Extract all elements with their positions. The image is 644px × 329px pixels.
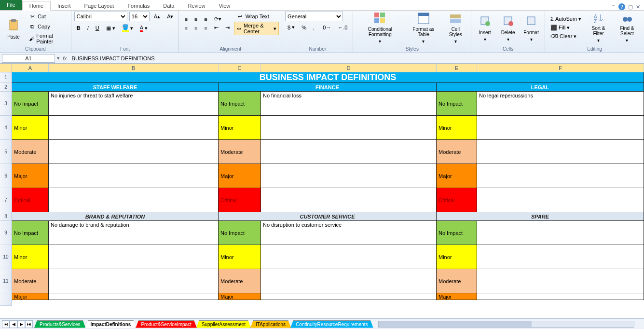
desc-cell[interactable] (261, 269, 437, 293)
impact-cell[interactable]: No Impact (12, 221, 49, 245)
window-close-icon[interactable]: ✕ (636, 4, 640, 10)
desc-cell[interactable]: No injuries or threat to staff welfare (49, 92, 219, 116)
desc-cell[interactable] (49, 164, 219, 188)
desc-cell[interactable] (477, 245, 644, 269)
cell-cat-legal[interactable]: LEGAL (437, 83, 644, 92)
desc-cell[interactable]: No financial loss (261, 92, 437, 116)
align-left-button[interactable]: ≡ (182, 24, 190, 32)
conditional-formatting-button[interactable]: Conditional Formatting▾ (356, 12, 404, 43)
impact-cell[interactable]: Critical (219, 188, 261, 212)
fill-button[interactable]: ⬛ Fill▾ (548, 24, 584, 32)
increase-indent-button[interactable]: ⇥ (223, 24, 232, 32)
desc-cell[interactable] (477, 164, 644, 188)
font-name-select[interactable]: Calibri (74, 12, 127, 21)
impact-cell[interactable]: Major (437, 164, 477, 188)
desc-cell[interactable] (261, 164, 437, 188)
impact-cell[interactable]: No Impact (219, 92, 261, 116)
ribbon-minimize-icon[interactable]: ⌃ (611, 4, 616, 10)
align-middle-button[interactable]: ≡ (192, 15, 200, 23)
desc-cell[interactable] (477, 140, 644, 164)
sheet-tab[interactable]: ContinuityResourceRequirements (290, 320, 373, 328)
underline-button[interactable]: U (93, 24, 102, 32)
row-header-4[interactable]: 4 (0, 116, 12, 140)
col-header-b[interactable]: B (49, 64, 219, 72)
decrease-indent-button[interactable]: ⇤ (212, 24, 221, 32)
impact-cell[interactable]: No Impact (219, 221, 261, 245)
align-bottom-button[interactable]: ≡ (202, 15, 209, 23)
desc-cell[interactable]: No disruption to customer service (261, 221, 437, 245)
desc-cell[interactable] (477, 293, 644, 300)
cell-cat-spare[interactable]: SPARE (437, 212, 644, 221)
decrease-decimal-button[interactable]: ←.0 (335, 24, 350, 31)
find-select-button[interactable]: Find & Select▾ (613, 12, 641, 43)
tab-data[interactable]: Data (156, 1, 181, 10)
border-button[interactable]: ▦▾ (104, 24, 118, 32)
autosum-button[interactable]: Σ AutoSum▾ (548, 15, 584, 23)
desc-cell[interactable] (477, 221, 644, 245)
tab-formulas[interactable]: Formulas (121, 1, 156, 10)
cell-cat-customer[interactable]: CUSTOMER SERVICE (219, 212, 437, 221)
align-center-button[interactable]: ≡ (192, 24, 200, 32)
name-box[interactable]: A1 (2, 54, 55, 63)
font-color-button[interactable]: A▾ (137, 24, 150, 33)
increase-decimal-button[interactable]: .0→ (319, 24, 333, 31)
impact-cell[interactable]: Critical (437, 188, 477, 212)
col-header-d[interactable]: D (261, 64, 437, 72)
impact-cell[interactable]: Moderate (12, 269, 49, 293)
impact-cell[interactable]: Minor (437, 116, 477, 140)
impact-cell[interactable]: No Impact (437, 221, 477, 245)
percent-button[interactable]: % (299, 24, 309, 31)
row-header-12[interactable] (0, 293, 12, 306)
impact-cell[interactable]: Moderate (437, 140, 477, 164)
desc-cell[interactable] (261, 140, 437, 164)
formula-input[interactable]: BUSINESS IMPACT DEFINITIONS (70, 55, 644, 61)
impact-cell[interactable]: Critical (12, 188, 49, 212)
cell-title[interactable]: BUSINESS IMPACT DEFINITIONS (12, 72, 644, 83)
sheet-nav-prev[interactable]: ◀ (10, 320, 17, 328)
sheet-tab[interactable]: ImpactDefinitions (85, 320, 136, 328)
impact-cell[interactable]: Major (219, 293, 261, 300)
align-top-button[interactable]: ≡ (182, 15, 190, 23)
help-icon[interactable]: ? (618, 3, 625, 10)
number-format-select[interactable]: General (285, 12, 343, 21)
copy-button[interactable]: ⧉Copy (26, 22, 68, 31)
impact-cell[interactable]: Major (12, 293, 49, 300)
desc-cell[interactable]: No legal repercussions (477, 92, 644, 116)
row-header-7[interactable]: 7 (0, 188, 12, 212)
format-as-table-button[interactable]: Format as Table▾ (406, 12, 441, 43)
row-header-1[interactable]: 1 (0, 72, 12, 83)
orientation-button[interactable]: ⟳▾ (212, 15, 224, 23)
cell-cat-staff[interactable]: STAFF WELFARE (12, 83, 219, 92)
row-header-6[interactable]: 6 (0, 164, 12, 188)
desc-cell[interactable] (49, 245, 219, 269)
desc-cell[interactable] (261, 188, 437, 212)
insert-cells-button[interactable]: Insert▾ (474, 12, 495, 43)
sheet-tab[interactable]: ITApplications (250, 320, 291, 328)
horizontal-scrollbar[interactable] (378, 321, 634, 328)
impact-cell[interactable]: Minor (12, 245, 49, 269)
desc-cell[interactable]: No damage to brand & reputation (49, 221, 219, 245)
impact-cell[interactable]: Major (219, 164, 261, 188)
impact-cell[interactable]: No Impact (12, 92, 49, 116)
row-header-8[interactable]: 8 (0, 212, 12, 221)
sheet-tab[interactable]: Products&Services (34, 320, 85, 328)
impact-cell[interactable]: Minor (437, 245, 477, 269)
window-restore-icon[interactable]: ▢ (628, 4, 633, 10)
desc-cell[interactable] (477, 116, 644, 140)
desc-cell[interactable] (477, 188, 644, 212)
row-header-3[interactable]: 3 (0, 92, 12, 116)
impact-cell[interactable]: Minor (219, 116, 261, 140)
cut-button[interactable]: ✂Cut (26, 12, 68, 21)
wrap-text-button[interactable]: ↩Wrap Text (234, 12, 279, 21)
impact-cell[interactable]: No Impact (437, 92, 477, 116)
desc-cell[interactable] (49, 140, 219, 164)
merge-center-button[interactable]: ⇔Merge & Center▾ (234, 22, 279, 35)
format-cells-button[interactable]: Format▾ (521, 12, 542, 43)
row-header-10[interactable]: 10 (0, 245, 12, 269)
impact-cell[interactable]: Major (437, 293, 477, 300)
fx-label[interactable]: fx (60, 55, 70, 61)
col-header-c[interactable]: C (219, 64, 261, 72)
row-header-5[interactable]: 5 (0, 140, 12, 164)
cell-cat-finance[interactable]: FINANCE (219, 83, 437, 92)
increase-font-button[interactable]: A▴ (151, 13, 163, 21)
